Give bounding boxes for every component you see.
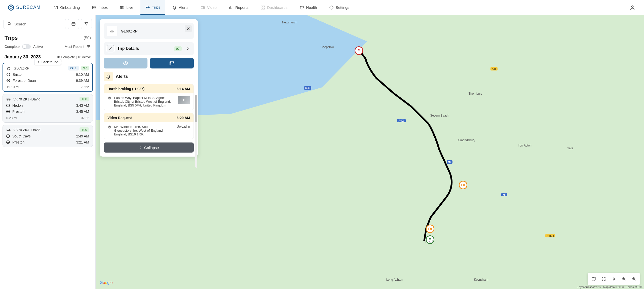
nav-label: Trips bbox=[152, 5, 160, 9]
origin-name: Hedon bbox=[12, 103, 23, 107]
eye-icon bbox=[123, 60, 128, 66]
nav-alerts[interactable]: Alerts bbox=[167, 0, 193, 15]
terms-link[interactable]: Terms of Use bbox=[626, 285, 642, 288]
nav-settings[interactable]: Settings bbox=[324, 0, 354, 15]
video-tab[interactable] bbox=[150, 58, 194, 68]
logo-text: SURECAM bbox=[16, 5, 41, 10]
map-open-icon bbox=[54, 5, 58, 10]
map-type-button[interactable] bbox=[589, 274, 598, 283]
complete-label: Complete bbox=[5, 45, 20, 49]
nav-label: Live bbox=[126, 5, 133, 10]
heart-icon bbox=[299, 5, 304, 10]
trip-details-row[interactable]: Trip Details 97 bbox=[104, 42, 194, 55]
keyboard-shortcuts-link[interactable]: Keyboard shortcuts bbox=[577, 285, 601, 288]
trip-distance: 0.28 mi bbox=[6, 116, 17, 120]
close-panel-button[interactable] bbox=[185, 25, 192, 32]
inbox-icon bbox=[92, 5, 96, 10]
alert-address: M4, Winterbourne, South Gloucestershire,… bbox=[114, 125, 174, 136]
pin-icon bbox=[107, 96, 111, 100]
map-icon bbox=[120, 5, 124, 10]
score-badge: 97 bbox=[81, 66, 89, 70]
chevron-right-icon bbox=[186, 47, 190, 50]
dest-name: Preston bbox=[12, 110, 24, 114]
panel-scrollbar[interactable] bbox=[195, 95, 197, 168]
pin-icon bbox=[107, 125, 111, 129]
collapse-button[interactable]: Collapse bbox=[104, 142, 194, 153]
sort-icon bbox=[86, 44, 91, 49]
truck-small-icon bbox=[6, 97, 11, 101]
view-tab[interactable] bbox=[104, 58, 147, 68]
trip-duration: 29:22 bbox=[81, 85, 89, 89]
zoom-in-button[interactable] bbox=[619, 274, 628, 283]
alert-card[interactable]: Harsh braking (-1.027) 6:14 AM Easton Wa… bbox=[104, 84, 194, 110]
search-box[interactable] bbox=[4, 19, 66, 29]
map-canvas[interactable]: Newchurch Chepstow Severn Beach Almondsb… bbox=[96, 15, 644, 289]
calendar-button[interactable] bbox=[68, 19, 79, 29]
dest-time: 3:21 AM bbox=[76, 140, 89, 144]
complete-active-toggle[interactable] bbox=[22, 44, 31, 49]
video-badge: 1 bbox=[68, 66, 79, 70]
nav-inbox[interactable]: Inbox bbox=[87, 0, 113, 15]
dest-name: Forest of Dean bbox=[13, 79, 36, 83]
chart-icon bbox=[229, 5, 233, 10]
alert-card[interactable]: Video Request 6:20 AM M4, Winterbourne, … bbox=[104, 113, 194, 139]
panel-score: 97 bbox=[174, 46, 182, 51]
svg-rect-9 bbox=[71, 67, 72, 69]
expand-details-button[interactable] bbox=[185, 46, 191, 52]
recenter-button[interactable] bbox=[609, 274, 618, 283]
filter-button[interactable] bbox=[81, 19, 92, 29]
bell-icon bbox=[106, 74, 111, 79]
back-to-top-label: Back to Top bbox=[42, 60, 59, 64]
vehicle-id: VK70 ZKJ -David bbox=[13, 97, 77, 101]
vehicle-id: VK70 ZKJ -David bbox=[13, 128, 77, 132]
trip-card[interactable]: GL69ZRP 1 97 Bristol6:10 AM Forest of De… bbox=[3, 63, 93, 92]
origin-icon bbox=[6, 104, 10, 107]
map-data-label: Map data ©2023 bbox=[603, 285, 624, 288]
origin-name: Bristol bbox=[13, 73, 22, 77]
nav-reports[interactable]: Reports bbox=[224, 0, 254, 15]
nav-trips[interactable]: Trips bbox=[140, 0, 165, 15]
svg-rect-2 bbox=[263, 6, 264, 7]
nav-onboarding[interactable]: Onboarding bbox=[49, 0, 85, 15]
origin-time: 6:10 AM bbox=[76, 73, 89, 77]
svg-point-7 bbox=[8, 22, 10, 25]
fullscreen-button[interactable] bbox=[599, 274, 608, 283]
trip-list[interactable]: January 30, 2023 18 Complete | 18 Active… bbox=[0, 52, 95, 289]
alert-time: 6:20 AM bbox=[177, 116, 190, 120]
trip-card[interactable]: VK70 ZKJ -David 100 South Cave2:49 AM Pr… bbox=[3, 125, 93, 147]
dest-time: 3:45 AM bbox=[76, 110, 89, 114]
svg-point-15 bbox=[109, 126, 110, 127]
map-controls bbox=[588, 273, 640, 285]
dest-name: Preston bbox=[12, 140, 24, 144]
search-input[interactable] bbox=[14, 22, 62, 26]
car-icon bbox=[110, 29, 114, 33]
date-stats: 18 Complete | 18 Active bbox=[56, 55, 91, 59]
back-to-top-button[interactable]: Back to Top bbox=[34, 59, 61, 65]
svg-rect-0 bbox=[201, 6, 204, 9]
alert-status: Upload in bbox=[177, 125, 190, 128]
sort-dropdown[interactable]: Most Recent bbox=[64, 44, 91, 49]
funnel-icon bbox=[84, 22, 89, 26]
trip-detail-panel: GL69ZRP Trip Details 97 bbox=[100, 19, 198, 157]
zoom-out-button[interactable] bbox=[629, 274, 638, 283]
score-badge: 100 bbox=[80, 97, 89, 101]
alert-video-thumb[interactable] bbox=[178, 96, 190, 104]
nav-video[interactable]: Video bbox=[196, 0, 222, 15]
svg-rect-4 bbox=[263, 8, 264, 9]
path-icon bbox=[108, 46, 113, 51]
alerts-title: Alerts bbox=[116, 74, 128, 79]
nav-live[interactable]: Live bbox=[115, 0, 138, 15]
film-icon bbox=[169, 60, 175, 66]
trip-card[interactable]: VK70 ZKJ -David 100 Hedon3:43 AM Preston… bbox=[3, 94, 93, 123]
alert-title: Harsh braking (-1.027) bbox=[107, 87, 144, 91]
trips-count: (50) bbox=[84, 36, 91, 40]
dest-time: 6:39 AM bbox=[76, 79, 89, 83]
logo: SURECAM bbox=[8, 5, 41, 11]
fullscreen-icon bbox=[601, 277, 606, 281]
user-menu[interactable] bbox=[629, 4, 636, 11]
origin-time: 2:49 AM bbox=[76, 134, 89, 138]
nav-health[interactable]: Health bbox=[294, 0, 322, 15]
svg-point-14 bbox=[109, 97, 110, 98]
alert-address: Easton Way, Baptist Mills, St Agnes, Bri… bbox=[114, 96, 175, 107]
nav-dashboards[interactable]: Dashboards bbox=[255, 0, 292, 15]
